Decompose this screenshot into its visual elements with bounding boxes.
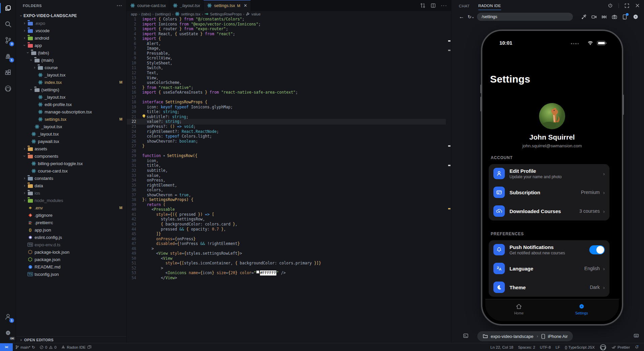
code-line-39[interactable]: 39 return ( (127, 202, 446, 207)
editor-tab-course-card-tsx[interactable]: course-card.tsx (127, 0, 169, 11)
status-language-mode[interactable]: {} TypeScript JSX (562, 343, 597, 351)
power-icon[interactable] (607, 3, 613, 8)
code-line-14[interactable]: 14 useColorScheme, (127, 80, 446, 85)
phone-tab-settings[interactable]: Settings (568, 303, 595, 315)
code-line-50[interactable]: 50 <View (127, 256, 446, 261)
activitybar-account[interactable]: 1 (0, 309, 16, 325)
tree-item--expo[interactable]: ›.expo (16, 19, 126, 27)
code-line-25[interactable]: 25 colors: typeof Colors.light; (127, 134, 446, 139)
code-line-9[interactable]: 9 ScrollView, (127, 56, 446, 61)
tree-item-node-modules[interactable]: ›node_modules (16, 197, 126, 204)
code-line-48[interactable]: 48 > (127, 246, 446, 251)
back-icon[interactable]: ← (459, 14, 464, 20)
code-line-4[interactable]: 4import React, { useState } from "react"… (127, 32, 446, 37)
tree-item-manage-subscription-tsx[interactable]: manage-subscription.tsx (16, 108, 126, 115)
code-line-8[interactable]: 8 Pressable, (127, 51, 446, 56)
more-actions-icon[interactable]: ··· (441, 3, 447, 9)
code-line-36[interactable]: 36 colors, (127, 188, 446, 193)
tree-item-expo-video-landscape[interactable]: ›EXPO-VIDEO-LANDSCAPE (16, 12, 126, 19)
phone-tab-home[interactable]: Home (505, 303, 532, 315)
status-encoding[interactable]: UTF-8 (538, 343, 553, 351)
close-panel-icon[interactable] (635, 3, 640, 8)
route-url-bar[interactable]: /settings (477, 13, 573, 21)
reload-icon[interactable]: ↻ ▾ (468, 14, 474, 19)
code-line-17[interactable]: 17 (127, 95, 446, 100)
tree-item--layout-tsx[interactable]: _layout.tsx (16, 130, 126, 138)
code-line-2[interactable]: 2import Ionicons from "@expo/vector-icon… (127, 22, 446, 27)
rewind-icon[interactable] (601, 14, 607, 20)
tree-item--env[interactable]: ≑.envM (16, 204, 126, 211)
tab-radon-ide[interactable]: RADON IDE (478, 1, 501, 10)
tree-item--prettierrc[interactable]: .prettierrc (16, 219, 126, 226)
code-line-27[interactable]: 27} (127, 144, 446, 149)
code-line-51[interactable]: 51 style={[styles.iconContainer, { backg… (127, 261, 446, 266)
git-branch[interactable]: main* ↻ (13, 343, 37, 351)
status-indentation[interactable]: Spaces: 2 (516, 343, 537, 351)
code-editor[interactable]: 1import { Colors } from "@/constants/Col… (127, 17, 446, 281)
code-line-24[interactable]: 24 rightElement?: React.ReactNode; (127, 129, 446, 134)
settings-row-push-notifications[interactable]: Push NotificationsGet notified about new… (489, 240, 609, 259)
tree-item--vscode[interactable]: ›.vscode (16, 27, 126, 34)
activitybar-explorer-icon[interactable] (0, 0, 16, 16)
code-line-40[interactable]: 40 <Pressable (127, 207, 446, 212)
code-line-44[interactable]: 44 pressed && { opacity: 0.7 }, (127, 227, 446, 232)
tree-item-expo-env-d-ts[interactable]: TSexpo-env.d.ts (16, 241, 126, 248)
code-line-38[interactable]: 38}: SettingsRowProps) { (127, 197, 446, 202)
tree-item-readme-md[interactable]: README.md (16, 263, 126, 270)
editor-tab-settings-tsx[interactable]: settings.tsxM✕ (204, 0, 251, 11)
settings-row-downloaded-courses[interactable]: Downloaded Courses3 courses› (489, 202, 609, 220)
code-line-5[interactable]: 5import { (127, 36, 446, 41)
code-line-49[interactable]: 49 <View style={styles.settingsRowLeft}> (127, 251, 446, 256)
code-line-29[interactable]: 29function ✦SettingsRow({ (127, 153, 446, 158)
tree-item-course-card-tsx[interactable]: course-card.tsx (16, 167, 126, 174)
tree-item--main-[interactable]: ›(main) (16, 56, 126, 64)
tree-item-android[interactable]: ›android (16, 34, 126, 42)
gear-icon[interactable] (632, 13, 639, 20)
tree-item--layout-tsx[interactable]: _layout.tsx (16, 123, 126, 130)
settings-row-edit-profile[interactable]: Edit ProfileUpdate your name and photo› (489, 164, 609, 183)
tree-item--tabs-[interactable]: ›(tabs) (16, 49, 126, 56)
code-line-16[interactable]: 16import { useSafeAreaInsets } from "rea… (127, 90, 446, 95)
more-actions-icon[interactable]: ··· (117, 3, 122, 8)
code-line-12[interactable]: 12 Text, (127, 70, 446, 76)
code-line-23[interactable]: 23 onPress?: () => void; (127, 124, 446, 129)
iphone-simulator[interactable]: 10:01 Settings (481, 30, 623, 325)
tree-item-paywall-tsx[interactable]: paywall.tsx (16, 138, 126, 145)
code-line-28[interactable]: 28 (127, 149, 446, 154)
breadcrumb-value[interactable]: value (246, 12, 261, 16)
avatar[interactable] (539, 103, 565, 129)
settings-row-theme[interactable]: ThemeDark› (489, 278, 609, 297)
tree-item-edit-profile-tsx[interactable]: edit-profile.tsx (16, 101, 126, 108)
code-line-6[interactable]: 6 Alert, (127, 41, 446, 46)
settings-row-subscription[interactable]: SubscriptionPremium› (489, 183, 609, 202)
tree-item-app-json[interactable]: {}app.json (16, 226, 126, 234)
tree-item--settings-[interactable]: ›(settings) (16, 86, 126, 93)
code-line-10[interactable]: 10 StyleSheet, (127, 61, 446, 66)
tree-item-course[interactable]: ›course (16, 64, 126, 71)
code-line-21[interactable]: 21subtitle?: string; (127, 114, 446, 119)
status-formatter[interactable]: Prettier (609, 343, 632, 351)
phone-screen[interactable]: 10:01 Settings (485, 34, 619, 321)
fullscreen-icon[interactable] (624, 3, 630, 8)
code-line-53[interactable]: 53 <Ionicons name={icon} size={20} color… (127, 270, 446, 275)
editor-tab--layout-tsx[interactable]: _layout.tsx (169, 0, 204, 11)
tree-item-index-tsx[interactable]: index.tsxM (16, 79, 126, 86)
tree-item-constants[interactable]: ›constants (16, 174, 126, 182)
camera-icon[interactable] (611, 14, 618, 20)
tree-item--gitignore[interactable]: .gitignore (16, 211, 126, 219)
tree-item-package-json[interactable]: package.json (16, 256, 126, 263)
code-line-13[interactable]: 13 View, (127, 76, 446, 81)
close-icon[interactable]: ✕ (244, 3, 247, 8)
inspect-icon[interactable] (622, 14, 628, 20)
tab-chat[interactable]: CHAT (459, 1, 470, 10)
code-line-18[interactable]: 18interface SettingsRowProps { (127, 100, 446, 105)
tree-item-package-lock-json[interactable]: package-lock.json (16, 248, 126, 256)
code-line-22[interactable]: 22 value?: string; (127, 119, 446, 124)
problems-indicator[interactable]: 0 0 (37, 343, 59, 351)
code-line-34[interactable]: 34 onPress, (127, 178, 446, 183)
activitybar-search-icon[interactable] (0, 16, 16, 32)
tree-item-ios[interactable]: ›ios (16, 189, 126, 197)
breadcrumb--tabs-[interactable]: (tabs) (141, 12, 151, 16)
overview-ruler[interactable] (448, 17, 450, 339)
code-line-42[interactable]: 42 styles.settingsRow, (127, 217, 446, 222)
